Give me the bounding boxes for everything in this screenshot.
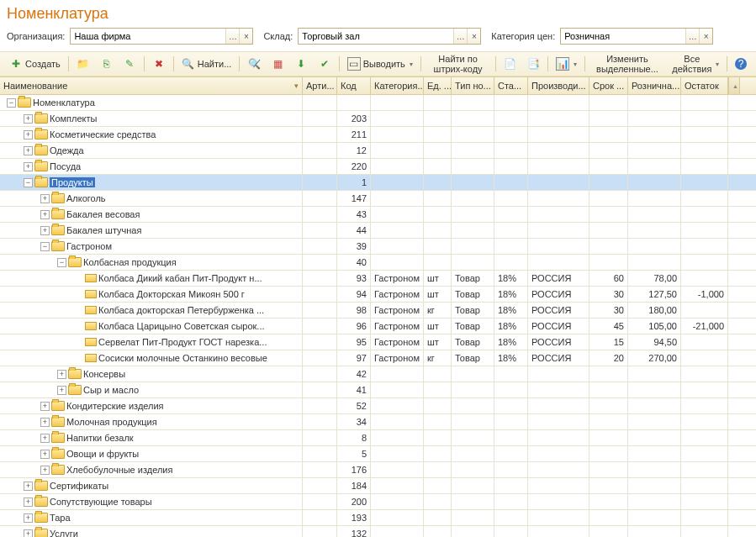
new-folder-button[interactable]: 📁 — [71, 55, 93, 73]
tree-expand-toggle[interactable]: + — [24, 529, 33, 538]
col-price[interactable]: Рознична... — [628, 77, 681, 94]
wh-input[interactable] — [299, 29, 453, 44]
table-row[interactable]: +Молочная продукция34 — [0, 414, 756, 430]
table-row[interactable]: +Кондитерские изделия52 — [0, 398, 756, 414]
cell: 220 — [337, 159, 371, 174]
wh-select-button[interactable]: … — [453, 29, 467, 44]
col-unit[interactable]: Ед. ... — [424, 77, 452, 94]
find-button[interactable]: 🔍Найти... — [177, 55, 236, 73]
table-row[interactable]: Колбаса Докторская Микоян 500 г94Гастрон… — [0, 287, 756, 303]
table-row[interactable]: +Сопутствующие товары200 — [0, 494, 756, 510]
tree-expand-toggle[interactable]: + — [24, 498, 33, 507]
doc1-button[interactable]: 📄 — [499, 55, 521, 73]
table-row[interactable]: +Одежда12 — [0, 143, 756, 159]
table-row[interactable]: +Сертификаты184 — [0, 478, 756, 494]
table-row[interactable]: Колбаса Царицыно Советская сырок...96Гас… — [0, 319, 756, 334]
tree-expand-toggle[interactable]: − — [7, 98, 16, 108]
table-row[interactable]: +Бакалея весовая43 — [0, 207, 756, 223]
cell: Товар — [452, 271, 494, 286]
tree-expand-toggle[interactable]: + — [24, 162, 33, 171]
cat-input[interactable] — [561, 29, 685, 44]
table-row[interactable]: +Напитки безалк8 — [0, 430, 756, 446]
cell — [628, 111, 681, 126]
table-row[interactable]: −Гастроном39 — [0, 239, 756, 255]
create-label: Создать — [25, 59, 61, 69]
hierarchy-icon: ▦ — [271, 57, 284, 71]
table-row[interactable]: +Услуги132 — [0, 526, 756, 537]
tree-expand-toggle[interactable]: + — [40, 450, 50, 459]
separator — [144, 56, 145, 71]
copy-button[interactable]: ⎘ — [95, 55, 117, 73]
table-row[interactable]: +Консервы42 — [0, 366, 756, 382]
output-button[interactable]: ▭Выводить — [343, 55, 417, 73]
tree-expand-toggle[interactable]: + — [24, 114, 33, 124]
barcode-button[interactable]: Найти по штрих-коду — [424, 55, 491, 73]
table-row[interactable]: +Бакалея штучная44 — [0, 223, 756, 239]
col-category[interactable]: Категория... — [371, 77, 424, 94]
cancel-find-button[interactable]: 🔍̸ — [243, 55, 265, 73]
create-icon: ✚ — [9, 57, 23, 71]
grid-body[interactable]: −Номенклатура+Комплекты203+Косметические… — [0, 95, 756, 537]
load-button[interactable]: ⬇ — [290, 55, 312, 73]
table-row[interactable]: Колбаса Дикий кабан Пит-Продукт н...93Га… — [0, 271, 756, 287]
tree-expand-toggle[interactable]: + — [57, 386, 66, 395]
table-row[interactable]: Колбаса докторская Петербурженка ...98Га… — [0, 303, 756, 319]
tree-expand-toggle[interactable]: + — [40, 434, 50, 443]
cell — [424, 127, 452, 142]
table-row[interactable]: +Косметические средства211 — [0, 127, 756, 143]
check-button[interactable]: ✔ — [314, 55, 336, 73]
create-button[interactable]: ✚Создать — [5, 55, 65, 73]
tree-expand-toggle[interactable]: + — [40, 418, 50, 427]
table-row[interactable]: −Колбасная продукция40 — [0, 255, 756, 271]
doc2-button[interactable]: 📑 — [522, 55, 544, 73]
table-row[interactable]: +Алкоголь147 — [0, 191, 756, 207]
tree-expand-toggle[interactable]: + — [24, 130, 33, 140]
tree-expand-toggle[interactable]: + — [40, 194, 50, 203]
tree-expand-toggle[interactable]: + — [24, 482, 33, 491]
table-row[interactable]: −Продукты1 — [0, 175, 756, 191]
edit-button[interactable]: ✎ — [119, 55, 140, 73]
tree-expand-toggle[interactable]: + — [57, 370, 66, 379]
col-srok[interactable]: Срок ... — [589, 77, 628, 94]
col-article[interactable]: Арти... — [303, 77, 337, 94]
cat-select-button[interactable]: … — [685, 29, 699, 44]
report-button[interactable]: 📊 — [552, 55, 581, 73]
tree-expand-toggle[interactable]: + — [24, 146, 33, 155]
tree-expand-toggle[interactable]: + — [24, 513, 33, 523]
org-clear-button[interactable]: × — [239, 29, 252, 44]
table-row[interactable]: +Посуда220 — [0, 159, 756, 175]
org-select-button[interactable]: … — [225, 29, 239, 44]
scroll-top-button[interactable]: ▲ — [728, 77, 740, 94]
col-producer[interactable]: Производи... — [528, 77, 589, 94]
table-row[interactable]: +Хлебобулочные изделия176 — [0, 462, 756, 478]
tree-expand-toggle[interactable]: − — [57, 258, 66, 267]
table-row[interactable]: −Номенклатура — [0, 95, 756, 111]
col-rest[interactable]: Остаток — [681, 77, 728, 94]
tree-expand-toggle[interactable]: + — [40, 402, 50, 411]
help-button[interactable]: ? — [731, 55, 751, 73]
mark-delete-button[interactable]: ✖ — [148, 55, 170, 73]
table-row[interactable]: +Тара193 — [0, 510, 756, 526]
org-input[interactable] — [71, 29, 225, 44]
hierarchy-button[interactable]: ▦ — [267, 55, 288, 73]
col-vat[interactable]: Ста... — [494, 77, 528, 94]
table-row[interactable]: +Овощи и фрукты5 — [0, 446, 756, 462]
tree-expand-toggle[interactable]: + — [40, 466, 50, 475]
tree-expand-toggle[interactable]: + — [40, 226, 50, 235]
col-code[interactable]: Код — [337, 77, 371, 94]
change-button[interactable]: Изменить выделенные... — [589, 55, 667, 73]
table-row[interactable]: +Комплекты203 — [0, 111, 756, 127]
tree-expand-toggle[interactable]: − — [24, 178, 33, 187]
table-row[interactable]: Сервелат Пит-Продукт ГОСТ нарезка...95Га… — [0, 334, 756, 350]
table-row[interactable]: +Сыр и масло41 — [0, 382, 756, 398]
col-type[interactable]: Тип но... — [452, 77, 494, 94]
cell — [589, 191, 628, 206]
table-row[interactable]: Сосиски молочные Останкино весовые97Гаст… — [0, 350, 756, 366]
documents-icon: 📑 — [526, 57, 540, 71]
col-name[interactable]: Наименование — [0, 77, 303, 94]
cat-clear-button[interactable]: × — [699, 29, 712, 44]
all-actions-button[interactable]: Все действия — [668, 55, 723, 73]
wh-clear-button[interactable]: × — [467, 29, 480, 44]
tree-expand-toggle[interactable]: + — [40, 210, 50, 219]
tree-expand-toggle[interactable]: − — [40, 242, 50, 251]
